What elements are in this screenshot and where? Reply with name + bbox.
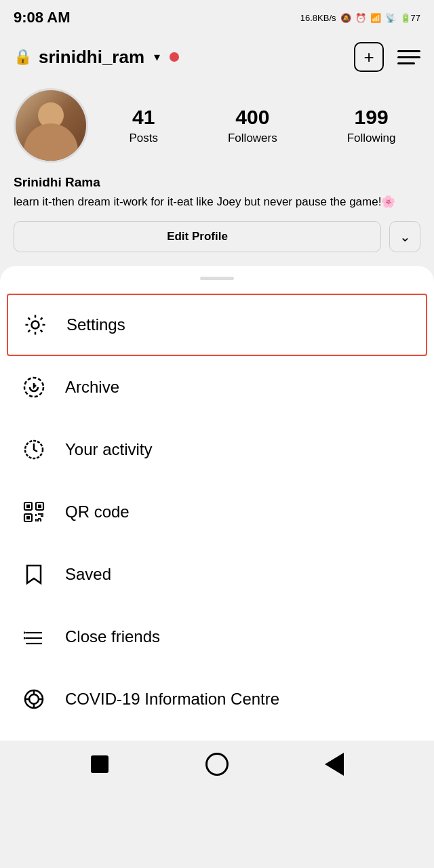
followers-label: Followers [228,132,277,145]
ig-header: 🔒 srinidhi_ram ▾ + [0,35,434,79]
avatar-image [16,90,86,161]
covid-label: COVID-19 Information Centre [65,690,279,709]
battery-icon: 🔋77 [400,13,420,23]
profile-display-name: Srinidhi Rama [14,175,420,190]
svg-marker-20 [24,637,26,639]
edit-profile-row: Edit Profile ⌄ [14,221,420,252]
add-content-button[interactable]: + [354,42,384,72]
svg-point-0 [32,321,39,328]
notification-dot [170,52,179,62]
header-right: + [354,42,420,72]
your-activity-label: Your activity [65,440,153,459]
menu-item-archive[interactable]: Archive [0,356,434,418]
square-icon [91,755,108,773]
hamburger-line-1 [397,50,420,52]
svg-rect-8 [26,516,30,519]
followers-stat[interactable]: 400 Followers [228,106,277,145]
bottom-sheet: Settings Archive Your activity [0,266,434,741]
alarm-icon: ⏰ [355,13,366,23]
following-count: 199 [355,106,389,129]
followers-count: 400 [235,106,269,129]
settings-label: Settings [66,315,125,334]
menu-item-your-activity[interactable]: Your activity [0,418,434,481]
lock-icon: 🔒 [14,48,32,66]
wifi-icon: 📡 [385,13,396,23]
menu-item-saved[interactable]: Saved [0,543,434,606]
archive-icon [19,372,49,402]
sheet-handle [200,277,234,280]
profile-top: 41 Posts 400 Followers 199 Following [14,88,420,163]
circle-icon [205,753,229,776]
gear-icon [20,310,50,340]
username-dropdown-arrow[interactable]: ▾ [154,50,160,64]
following-label: Following [347,132,396,145]
posts-stat[interactable]: 41 Posts [129,106,158,145]
chevron-down-icon: ⌄ [399,229,411,245]
hamburger-menu-button[interactable] [397,50,420,64]
close-friends-icon [19,622,49,652]
nav-back-button[interactable] [85,749,115,779]
svg-point-22 [29,694,39,704]
activity-icon [19,435,49,465]
plus-icon: + [363,47,374,68]
svg-rect-7 [38,505,41,508]
nav-home-button[interactable] [202,749,232,779]
menu-item-qr-code[interactable]: QR code [0,481,434,543]
menu-item-close-friends[interactable]: Close friends [0,606,434,668]
hamburger-line-2 [397,56,420,58]
edit-profile-button[interactable]: Edit Profile [14,221,381,252]
menu-item-settings[interactable]: Settings [7,294,427,356]
profile-stats: 41 Posts 400 Followers 199 Following [104,106,420,145]
covid-icon [19,684,49,714]
avatar[interactable] [14,88,88,163]
svg-marker-19 [24,631,26,634]
archive-label: Archive [65,378,119,397]
saved-label: Saved [65,565,111,584]
username-text: srinidhi_ram [39,47,144,68]
posts-count: 41 [132,106,155,129]
menu-item-covid[interactable]: COVID-19 Information Centre [0,668,434,730]
signal-icon: 📶 [370,13,381,23]
profile-bio: learn it-then dream it-work for it-eat l… [14,194,420,210]
nav-recents-button[interactable] [319,749,349,779]
svg-rect-6 [26,505,30,508]
bookmark-icon [19,559,49,589]
status-time: 9:08 AM [14,9,71,26]
profile-section: 41 Posts 400 Followers 199 Following Sri… [0,79,434,266]
posts-label: Posts [129,132,158,145]
header-left: 🔒 srinidhi_ram ▾ [14,47,179,68]
close-friends-label: Close friends [65,627,160,646]
status-icons: 16.8KB/s 🔕 ⏰ 📶 📡 🔋77 [300,13,420,23]
status-bar: 9:08 AM 16.8KB/s 🔕 ⏰ 📶 📡 🔋77 [0,0,434,35]
triangle-icon [325,753,344,776]
mute-icon: 🔕 [340,13,351,23]
hamburger-line-3 [397,62,415,64]
qr-code-label: QR code [65,502,130,521]
profile-dropdown-button[interactable]: ⌄ [389,221,420,252]
following-stat[interactable]: 199 Following [347,106,396,145]
nav-bar [0,741,434,788]
qr-code-icon [19,497,49,527]
network-speed: 16.8KB/s [300,13,336,23]
